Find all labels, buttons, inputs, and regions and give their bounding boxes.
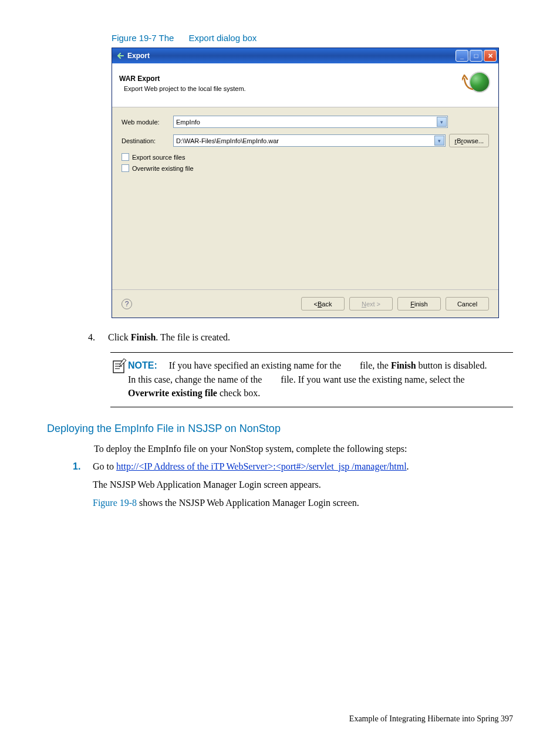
substep-text: Figure 19-8 shows the NSJSP Web Applicat… bbox=[93, 496, 513, 511]
export-source-label: Export source files bbox=[132, 154, 185, 161]
caption-prefix: Figure 19-7 The bbox=[112, 33, 174, 43]
maximize-button[interactable]: □ bbox=[470, 50, 483, 62]
dialog-body: Web module: EmpInfo ▾ Destination: D:\WA… bbox=[112, 107, 498, 289]
note-label: NOTE: bbox=[128, 360, 157, 370]
dialog-button-bar: ? < Back Next > Finish Cancel bbox=[112, 289, 498, 318]
overwrite-checkbox-row[interactable]: Overwrite existing file bbox=[122, 164, 489, 172]
titlebar[interactable]: Export _ □ ✕ bbox=[112, 48, 498, 63]
deploy-intro: To deploy the EmpInfo file on your NonSt… bbox=[94, 442, 513, 455]
export-dialog: Export _ □ ✕ WAR Export Export Web proje… bbox=[112, 48, 499, 318]
section-heading: Deploying the EmpInfo File in NSJSP on N… bbox=[47, 423, 513, 435]
header-subtitle: Export Web project to the local file sys… bbox=[124, 85, 461, 92]
finish-button[interactable]: Finish bbox=[397, 297, 441, 310]
page-footer: Example of Integrating Hibernate into Sp… bbox=[349, 714, 513, 724]
destination-combo[interactable]: D:\WAR-Files\EmpInfo\EmpInfo.war ▾ bbox=[173, 134, 446, 147]
close-button[interactable]: ✕ bbox=[484, 50, 497, 62]
export-globe-icon bbox=[461, 69, 491, 97]
export-arrow-icon bbox=[116, 51, 125, 60]
manager-url-link[interactable]: http://<IP Address of the iTP WebServer>… bbox=[116, 461, 407, 471]
dialog-header: WAR Export Export Web project to the loc… bbox=[112, 63, 498, 107]
caption-suffix: Export dialog box bbox=[188, 33, 257, 43]
chevron-down-icon[interactable]: ▾ bbox=[434, 136, 444, 146]
step-4: 4. Click Finish. The file is created. bbox=[88, 331, 513, 344]
step-1: 1. Go to http://<IP Address of the iTP W… bbox=[73, 459, 513, 474]
substep-text: The NSJSP Web Application Manager Login … bbox=[93, 478, 513, 492]
overwrite-label: Overwrite existing file bbox=[132, 165, 194, 172]
dialog-title: Export bbox=[127, 52, 150, 60]
next-button: Next > bbox=[349, 297, 393, 310]
help-icon[interactable]: ? bbox=[122, 299, 132, 309]
step-number: 1. bbox=[73, 459, 93, 474]
browse-button[interactable]: rBrowse...Browse... bbox=[449, 134, 489, 147]
checkbox-icon[interactable] bbox=[122, 164, 129, 172]
web-module-value: EmpInfo bbox=[176, 119, 200, 126]
note-icon bbox=[110, 359, 128, 400]
checkbox-icon[interactable] bbox=[122, 153, 129, 161]
header-title: WAR Export bbox=[119, 75, 461, 83]
destination-label: Destination: bbox=[122, 137, 173, 144]
export-source-checkbox-row[interactable]: Export source files bbox=[122, 153, 489, 161]
destination-value: D:\WAR-Files\EmpInfo\EmpInfo.war bbox=[176, 137, 279, 144]
back-button[interactable]: < Back bbox=[301, 297, 345, 310]
cancel-button[interactable]: Cancel bbox=[446, 297, 489, 310]
web-module-combo[interactable]: EmpInfo ▾ bbox=[173, 116, 448, 128]
figure-reference: Figure 19-8 bbox=[93, 498, 137, 508]
web-module-label: Web module: bbox=[122, 119, 173, 126]
note-block: NOTE: If you have specified an existing … bbox=[110, 352, 513, 407]
figure-caption: Figure 19-7 The Export dialog box bbox=[112, 33, 513, 43]
step-number: 4. bbox=[88, 331, 108, 344]
page: Figure 19-7 The Export dialog box Export… bbox=[0, 0, 560, 534]
minimize-button[interactable]: _ bbox=[456, 50, 468, 62]
chevron-down-icon[interactable]: ▾ bbox=[437, 117, 447, 127]
